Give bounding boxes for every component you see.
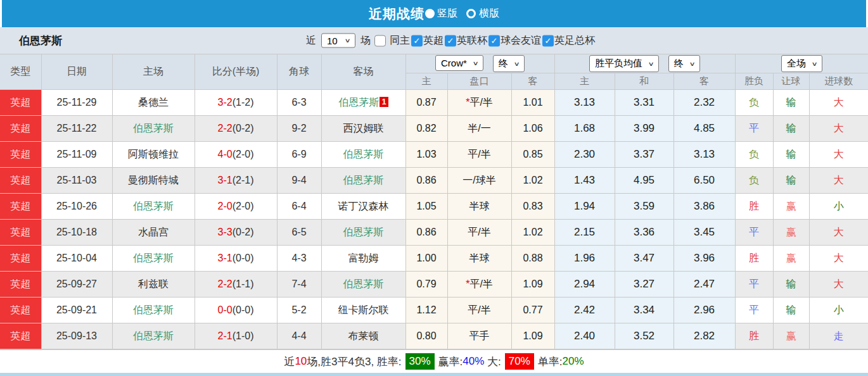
home-team: 伯恩茅斯: [112, 194, 195, 220]
avg-away: 2.96: [673, 298, 735, 323]
avg-group-header: 胜平负均值 ∨ 终 ∨: [554, 54, 735, 73]
odds-away: 1.09: [511, 323, 554, 349]
goals-result-cell: 大: [809, 272, 868, 298]
home-team: 利兹联: [112, 272, 195, 298]
match-count-value: 10: [327, 35, 338, 46]
match-row: 英超25-10-04伯恩茅斯3-1(0-0)4-3富勒姆1.00半球0.881.…: [0, 246, 868, 272]
fulltime-score: 3-2: [218, 97, 233, 108]
league-label-0: 英超: [423, 34, 444, 47]
col-corner: 角球: [277, 54, 321, 90]
result-cell: 平: [735, 116, 773, 142]
same-venue-checkbox[interactable]: [374, 35, 386, 46]
team-name: 伯恩茅斯: [19, 34, 62, 48]
team-label: 布莱顿: [348, 330, 379, 341]
league-label-1: 英联杯: [457, 34, 487, 47]
horizontal-mode-label[interactable]: 横版: [479, 7, 499, 20]
league-checkbox-0[interactable]: ✓: [411, 35, 423, 46]
avg-draw: 3.99: [615, 116, 673, 142]
team-label: 阿斯顿维拉: [128, 149, 179, 160]
odds-home: 0.79: [405, 272, 447, 298]
avg-away: 3.96: [673, 246, 735, 272]
avg-home: 1.96: [554, 246, 615, 272]
handicap-cell: 半/一: [447, 116, 511, 142]
corner-cell: 5-2: [277, 298, 321, 323]
odds-time-select[interactable]: 终 ∨: [493, 55, 525, 72]
odds-home: 0.86: [405, 168, 447, 194]
halftime-score: (1-0): [233, 330, 254, 341]
result-cell: 胜: [735, 246, 773, 272]
handicap-result-cell: 输: [773, 272, 809, 298]
avg-time-select[interactable]: 终 ∨: [668, 55, 700, 72]
summary-record: 场,胜3平4负3, 胜率:: [307, 354, 401, 369]
handicap-cell: *平/半: [447, 272, 511, 298]
match-date: 25-10-26: [41, 194, 112, 220]
team-label: 伯恩茅斯: [133, 201, 174, 211]
league-checkbox-1[interactable]: ✓: [445, 35, 456, 46]
avg-home: 2.15: [554, 220, 615, 246]
league-badge: 英超: [0, 194, 41, 220]
scope-select[interactable]: 全场 ∨: [781, 55, 822, 72]
handicap-cell: 平手: [447, 323, 511, 349]
odds-away: 1.09: [511, 272, 554, 298]
handicap-result-cell: 赢: [773, 220, 809, 246]
big-rate-label: 大:: [487, 354, 501, 369]
match-date: 25-11-09: [41, 142, 112, 168]
result-cell: 负: [735, 142, 773, 168]
odds-company-value: Crow*: [441, 58, 467, 68]
avg-away: 6.50: [673, 168, 735, 194]
away-team: 伯恩茅斯: [321, 220, 405, 246]
match-count-select[interactable]: 10 ∨: [321, 34, 355, 48]
odds-company-select[interactable]: Crow* ∨: [435, 55, 483, 71]
big-rate-badge: 70%: [505, 353, 534, 370]
score-cell: 3-2(1-2): [195, 90, 277, 116]
halftime-score: (0-2): [233, 123, 254, 134]
score-cell: 2-1(1-0): [195, 323, 277, 349]
vertical-mode-label[interactable]: 竖版: [437, 7, 457, 20]
fulltime-score: 2-1: [218, 330, 233, 341]
title-bar: 近期战绩 竖版 横版: [2, 0, 866, 27]
odds-away: 1.02: [511, 168, 554, 194]
single-rate-value: 20%: [563, 355, 584, 368]
odds-away: 0.77: [511, 298, 554, 323]
avg-away: 3.86: [673, 194, 735, 220]
league-badge: 英超: [0, 323, 41, 349]
team-label: 诺丁汉森林: [338, 201, 389, 211]
single-rate-label: 单率:: [538, 354, 563, 369]
horizontal-radio-icon[interactable]: [466, 9, 476, 18]
halftime-score: (0-0): [233, 253, 254, 263]
chevron-down-icon: ∨: [648, 61, 654, 67]
subcol-odds-home: 主: [405, 73, 447, 90]
handicap-result-cell: 赢: [773, 246, 809, 272]
vertical-radio-icon[interactable]: [425, 9, 435, 18]
fulltime-score: 3-1: [218, 175, 233, 185]
halftime-score: (2-0): [233, 149, 254, 160]
home-team: 阿斯顿维拉: [112, 142, 195, 168]
subcol-handicap-result: 让球: [773, 73, 809, 90]
avg-draw: 3.47: [615, 246, 673, 272]
match-row: 英超25-09-27利兹联2-2(1-1)7-4伯恩茅斯0.79*平/半1.09…: [0, 272, 868, 298]
avg-type-select[interactable]: 胜平负均值 ∨: [589, 55, 659, 72]
score-cell: 4-0(2-0): [195, 142, 277, 168]
match-row: 英超25-11-29桑德兰3-2(1-2)6-3伯恩茅斯10.87*平/半1.0…: [0, 90, 868, 116]
avg-draw: 3.59: [615, 194, 673, 220]
odds-home: 1.03: [405, 142, 447, 168]
games-label: 场: [361, 34, 371, 47]
avg-away: 3.45: [673, 220, 735, 246]
score-cell: 2-2(1-1): [195, 272, 277, 298]
home-team: 伯恩茅斯: [112, 298, 195, 323]
avg-home: 3.13: [554, 90, 615, 116]
score-cell: 3-1(2-1): [195, 168, 277, 194]
goals-result-cell: 小: [809, 194, 868, 220]
corner-cell: 6-3: [277, 90, 321, 116]
col-date: 日期: [41, 54, 112, 90]
avg-home: 1.68: [554, 116, 615, 142]
league-checkbox-2[interactable]: ✓: [488, 35, 500, 46]
team-label: 伯恩茅斯: [338, 97, 379, 108]
result-cell: 胜: [735, 323, 773, 349]
corner-cell: 6-5: [277, 220, 321, 246]
chevron-down-icon: ∨: [513, 61, 520, 67]
page-title: 近期战绩: [369, 5, 424, 23]
team-label: 曼彻斯特城: [128, 175, 179, 185]
check-icon: ✓: [491, 36, 498, 46]
league-checkbox-3[interactable]: ✓: [542, 35, 554, 46]
